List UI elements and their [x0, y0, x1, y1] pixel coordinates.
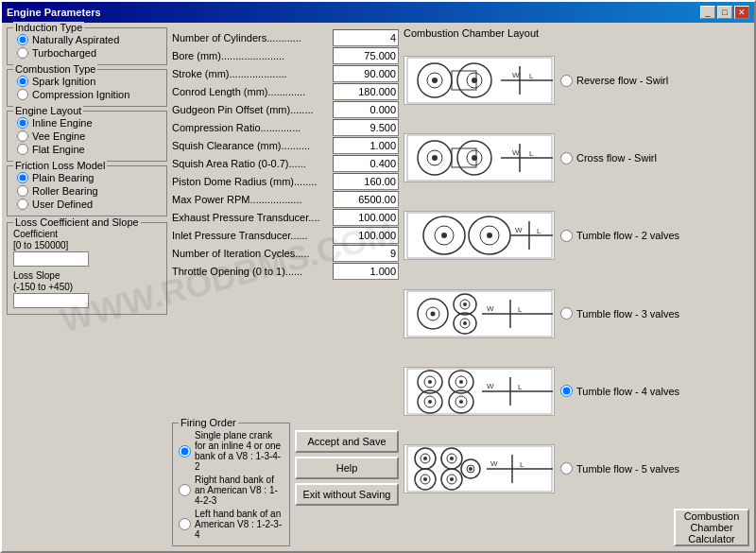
slope-input[interactable]: [13, 293, 89, 308]
roller-bearing-radio[interactable]: [17, 185, 28, 197]
roller-bearing-label: Roller Bearing: [32, 185, 98, 197]
svg-text:L: L: [518, 305, 523, 314]
field-row-8: Piston Dome Radius (mm)........: [172, 173, 399, 190]
field-input-5[interactable]: [333, 119, 399, 136]
field-input-7[interactable]: [333, 155, 399, 172]
exit-button[interactable]: Exit without Saving: [295, 483, 399, 506]
vee-engine-label: Vee Engine: [32, 130, 85, 142]
spark-ignition-row: Spark Ignition: [17, 76, 161, 87]
chamber-radio-4[interactable]: [560, 385, 573, 397]
svg-point-52: [428, 380, 432, 384]
chamber-text-2: Tumble flow - 2 valves: [576, 230, 679, 241]
svg-point-78: [450, 477, 454, 481]
combustion-calc-button[interactable]: Combustion Chamber Calculator: [674, 509, 749, 546]
field-input-0[interactable]: [333, 29, 399, 46]
accept-save-button[interactable]: Accept and Save: [295, 430, 399, 453]
svg-point-38: [430, 311, 435, 316]
right-bottom: Combustion Chamber Calculator: [404, 509, 749, 546]
turbocharged-radio[interactable]: [17, 47, 28, 59]
svg-point-27: [441, 233, 447, 238]
flat-engine-radio[interactable]: [17, 144, 28, 155]
chamber-radio-1[interactable]: [560, 152, 573, 164]
fields-container: Number of Cylinders............Bore (mm)…: [172, 29, 399, 281]
user-defined-radio[interactable]: [17, 199, 28, 210]
engine-layout-group: Engine Layout Inline Engine Vee Engine F…: [7, 111, 167, 162]
inline-engine-radio[interactable]: [17, 117, 28, 129]
chamber-radio-5[interactable]: [560, 462, 573, 475]
field-input-6[interactable]: [333, 137, 399, 154]
naturally-aspirated-radio[interactable]: [17, 34, 28, 45]
svg-point-41: [463, 302, 467, 306]
field-label-7: Squish Area Ratio (0-0.7)......: [172, 158, 333, 169]
field-label-0: Number of Cylinders............: [172, 32, 333, 43]
title-bar: Engine Parameters _ □ ✕: [2, 2, 754, 23]
field-input-13[interactable]: [333, 263, 399, 280]
field-input-2[interactable]: [333, 65, 399, 82]
spark-ignition-radio[interactable]: [17, 76, 28, 87]
friction-loss-title: Friction Loss Model: [13, 160, 107, 171]
chamber-row-4: W L Tumble flow - 4 valves: [404, 354, 749, 429]
field-row-1: Bore (mm)......................: [172, 47, 399, 64]
svg-point-15: [432, 155, 438, 161]
field-label-1: Bore (mm)......................: [172, 50, 333, 61]
chamber-row-1: W L Cross flow - Swirl: [404, 120, 749, 196]
firing-order-options: Single plane crank for an inline 4 or on…: [179, 430, 284, 540]
coefficient-row: Coefficient [0 to 150000]: [13, 229, 161, 267]
induction-type-title: Induction Type: [13, 22, 84, 33]
content-area: Induction Type Naturally Aspirated Turbo…: [2, 23, 754, 551]
chamber-radio-0[interactable]: [560, 75, 573, 87]
slope-label: Loss Slope: [13, 270, 161, 281]
induction-type-group: Induction Type Naturally Aspirated Turbo…: [7, 27, 167, 65]
field-label-11: Inlet Pressure Transducer......: [172, 230, 333, 241]
spark-ignition-label: Spark Ignition: [32, 76, 95, 87]
chamber-row-0: W L Reverse flow - Swirl: [404, 43, 749, 118]
field-input-10[interactable]: [333, 209, 399, 226]
field-input-8[interactable]: [333, 173, 399, 190]
combustion-type-group: Combustion Type Spark Ignition Compressi…: [7, 69, 167, 107]
left-panel: Induction Type Naturally Aspirated Turbo…: [7, 27, 167, 546]
coefficient-input[interactable]: [13, 251, 89, 267]
field-label-6: Squish Clearance (mm)..........: [172, 140, 333, 151]
field-row-9: Max Power RPM..................: [172, 191, 399, 208]
chamber-label-1: Cross flow - Swirl: [560, 152, 657, 164]
middle-panel: Number of Cylinders............Bore (mm)…: [172, 27, 399, 546]
svg-point-30: [487, 233, 492, 238]
plain-bearing-radio[interactable]: [17, 172, 28, 183]
field-input-4[interactable]: [333, 101, 399, 118]
fo-radio-0[interactable]: [179, 445, 191, 458]
chamber-row-2: W L Tumble flow - 2 valves: [404, 198, 749, 273]
close-button[interactable]: ✕: [734, 6, 749, 19]
user-defined-row: User Defined: [17, 199, 161, 210]
fo-radio-1[interactable]: [179, 484, 191, 496]
field-input-11[interactable]: [333, 227, 399, 244]
compression-ignition-radio[interactable]: [17, 89, 28, 100]
field-input-1[interactable]: [333, 47, 399, 64]
chamber-label-2: Tumble flow - 2 valves: [560, 230, 679, 242]
minimize-button[interactable]: _: [700, 6, 715, 19]
fo-radio-2[interactable]: [179, 518, 191, 530]
help-button[interactable]: Help: [295, 457, 399, 479]
field-label-4: Gudgeon Pin Offset (mm)........: [172, 104, 333, 115]
chamber-label-3: Tumble flow - 3 valves: [560, 307, 679, 320]
field-input-9[interactable]: [333, 191, 399, 208]
svg-text:W: W: [487, 304, 494, 313]
field-label-9: Max Power RPM..................: [172, 194, 333, 205]
svg-point-81: [469, 467, 472, 471]
buttons-panel: Accept and Save Help Exit without Saving: [295, 423, 399, 546]
turbocharged-label: Turbocharged: [32, 47, 96, 59]
svg-text:L: L: [529, 72, 534, 80]
maximize-button[interactable]: □: [717, 6, 732, 19]
right-panel: Combustion Chamber Layout W L Reverse fl…: [404, 27, 749, 546]
svg-point-58: [459, 380, 463, 384]
field-input-12[interactable]: [333, 245, 399, 262]
svg-text:L: L: [518, 383, 523, 391]
roller-bearing-row: Roller Bearing: [17, 185, 161, 197]
vee-engine-radio[interactable]: [17, 130, 28, 142]
chamber-label-5: Tumble flow - 5 valves: [560, 462, 679, 475]
field-input-3[interactable]: [333, 83, 399, 100]
field-row-4: Gudgeon Pin Offset (mm)........: [172, 101, 399, 118]
combustion-chamber-title: Combustion Chamber Layout: [404, 27, 749, 39]
chamber-radio-3[interactable]: [560, 307, 573, 320]
svg-text:W: W: [490, 459, 498, 468]
chamber-radio-2[interactable]: [560, 230, 573, 242]
